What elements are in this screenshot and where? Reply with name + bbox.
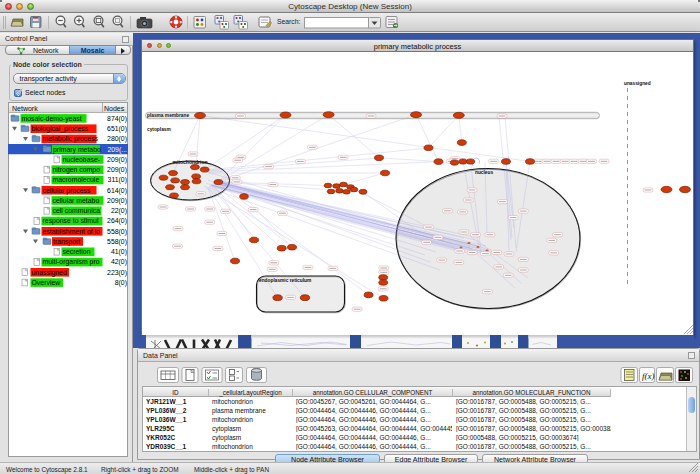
svg-text:209(0): 209(0) — [107, 166, 127, 174]
svg-text:f(x): f(x) — [642, 371, 655, 381]
svg-text:unassigned: unassigned — [624, 81, 651, 86]
svg-text:unassigned: unassigned — [32, 269, 67, 277]
svg-text:558(0): 558(0) — [107, 238, 127, 246]
svg-text:Overview: Overview — [32, 279, 61, 286]
svg-text:cell communica: cell communica — [53, 207, 101, 214]
svg-text:558(0): 558(0) — [107, 228, 127, 236]
svg-text:22(0): 22(0) — [111, 207, 127, 215]
svg-text:multi-organism pro: multi-organism pro — [43, 258, 100, 266]
svg-text:cellular process: cellular process — [43, 187, 91, 195]
svg-text:secretion: secretion — [63, 248, 91, 255]
svg-text:280(0): 280(0) — [107, 135, 127, 143]
svg-text:mosaic-demo-yeast: mosaic-demo-yeast — [22, 115, 82, 123]
svg-text:cytoplasm: cytoplasm — [147, 127, 171, 132]
svg-text:transport: transport — [53, 238, 80, 246]
svg-text:223(0): 223(0) — [107, 269, 127, 277]
svg-text:cellular metabo: cellular metabo — [53, 197, 100, 204]
svg-text:209(0): 209(0) — [107, 156, 127, 164]
svg-text:metabolic process: metabolic process — [43, 135, 99, 143]
svg-text:874(0): 874(0) — [107, 115, 127, 123]
svg-text:614(0): 614(0) — [107, 187, 127, 195]
svg-text:biological_process: biological_process — [32, 125, 89, 133]
svg-text:response to stimul: response to stimul — [43, 217, 99, 225]
svg-text:209(...: 209(... — [107, 146, 127, 154]
svg-text:nucleus: nucleus — [475, 170, 493, 175]
svg-text:264(0): 264(0) — [107, 217, 127, 225]
svg-text:209(0): 209(0) — [107, 197, 127, 205]
svg-text:651(0): 651(0) — [107, 125, 127, 133]
svg-text:mitochondrion: mitochondrion — [173, 159, 208, 165]
svg-text:macromolecule: macromolecule — [53, 176, 100, 183]
svg-text:nitrogen compo: nitrogen compo — [53, 166, 101, 174]
svg-text:41(0): 41(0) — [111, 248, 127, 256]
svg-text:nucleobase-: nucleobase- — [63, 156, 101, 163]
svg-text:311(0): 311(0) — [108, 176, 127, 184]
svg-text:endoplasmic reticulum: endoplasmic reticulum — [259, 278, 311, 283]
svg-text:8(0): 8(0) — [115, 279, 127, 287]
svg-text:plasma membrane: plasma membrane — [147, 113, 189, 118]
svg-text:establishment of lo: establishment of lo — [43, 228, 101, 235]
svg-text:primary metabo: primary metabo — [53, 146, 101, 154]
svg-text:42(0): 42(0) — [111, 258, 127, 266]
